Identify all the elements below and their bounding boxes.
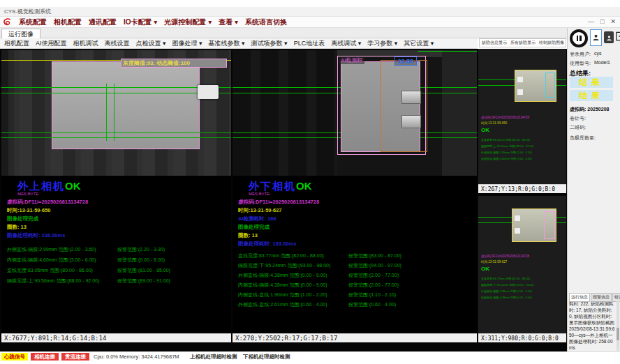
menu-item-system-config[interactable]: 系统配置: [19, 17, 47, 27]
measurement-line: 隔膜宽度-上:90.56mm 范围:(88.00 - 92.00): [481, 144, 534, 148]
toolbar-item-plc-table[interactable]: PLC地址表: [294, 39, 325, 48]
ai-score-box: 20.80: [394, 56, 417, 66]
measurement-alarm: 报警范围:(89.00 - 91.00): [117, 278, 170, 285]
time-line: 时间:13-31-59-627: [238, 207, 282, 214]
roi-orange-box: [381, 60, 427, 152]
result-box-1: 结果: [570, 77, 613, 88]
measurement-value: 内侧直线-直线:1.90mm 范围:(1.00 - 2.20): [238, 291, 327, 298]
login-user-button[interactable]: [590, 29, 602, 46]
measurement-row: 内侧直线-隔膜:4.60mm 范围:(3.00 - 6.00) 报警范围:(0.…: [1, 257, 231, 264]
time-line: 时间:13-31-59-650: [481, 121, 507, 125]
log-scrollbar-thumb[interactable]: [617, 328, 619, 340]
toolbar-item-camera-debug[interactable]: 相机调试: [73, 39, 98, 48]
barcode-line: 虚拟码:DF11i=2025020813134728: [481, 116, 529, 119]
measurement-line: 内侧直线-隔膜:4.38mm 范围:(0.00 - 9.00): [481, 296, 532, 299]
user-button[interactable]: [604, 31, 614, 43]
cycle-line: 圈数: 13: [7, 224, 27, 231]
menu-item-view[interactable]: 查看 ▾: [219, 17, 238, 27]
close-icon[interactable]: ✕: [610, 18, 616, 25]
result-box-2: 结果: [570, 90, 613, 101]
bright-spot: [517, 89, 523, 95]
statusbar: 心跳信号 相机连接 贯流连接 Cpu: 0.0% Memory: 3424.41…: [0, 351, 620, 362]
measurement-line: 外侧直线-隔膜:2.99mm 范围:(2.00 - 3.50): [481, 151, 532, 154]
measurement-line: 直线宽度:83.77mm 范围:(82.00 - 88.00): [481, 277, 530, 280]
measurement-value: 直线宽度:83.05mm 范围:(80.00 - 86.00): [7, 267, 93, 274]
upper-camera-timeout: 上相机处理超时检测: [190, 354, 237, 361]
minimize-icon[interactable]: —: [588, 18, 594, 25]
log-scrollbar[interactable]: [617, 301, 619, 351]
toolbar-item-ai-config[interactable]: AI使用配置: [36, 39, 67, 48]
toolbar-item-offline-debug[interactable]: 离线调试 ▾: [331, 39, 361, 48]
measurement-row: 隔膜宽度-上:90.56mm 范围:(88.00 - 92.00) 报警范围:(…: [1, 278, 231, 285]
result-ok: OK: [481, 266, 489, 272]
small-top-camera-image[interactable]: 虚拟码:DF11i=2025020813134728 时间:13-31-59-6…: [478, 49, 566, 184]
defect-display-bar: 缺陷信息显示 所有缺陷显示 绘制缺陷图像: [479, 38, 566, 47]
measurement-row: 外侧直线-直线:2.61mm 范围:(0.60 - 4.00) 报警范围:(0.…: [232, 301, 477, 308]
maximize-icon[interactable]: □: [600, 18, 604, 25]
menu-item-language[interactable]: 系统语言切换: [245, 17, 287, 27]
tab-connector: [401, 115, 421, 128]
measurement-row: 直线宽度:83.05mm 范围:(80.00 - 86.00) 报警范围:(81…: [1, 267, 231, 274]
side-panel: 登录用户: cys 使用型号: Model1 总结果: 结果 结果 虚拟码: 2…: [567, 28, 620, 351]
bright-spot: [515, 228, 520, 234]
measurement-value: 隔膜宽度-上:90.56mm 范围:(88.00 - 92.00): [7, 278, 99, 285]
menu-item-camera-config[interactable]: 相机配置: [54, 17, 82, 27]
measure-line: [1, 132, 231, 133]
exit-button[interactable]: [615, 31, 620, 44]
measurement-value: 外侧直线-隔膜:4.38mm 范围:(0.00 - 9.00): [238, 272, 327, 279]
virtual-code: 虚拟码: 20250208: [570, 106, 609, 113]
time-line: 时间:13-31-59-627: [481, 260, 507, 264]
measurement-row: 直线宽度:83.77mm 范围:(82.00 - 88.00) 报警范围:(83…: [232, 252, 477, 259]
pin-number-label: 卷针号:: [570, 115, 586, 122]
check-draw-defects[interactable]: 绘制缺陷图像: [539, 40, 564, 46]
measurement-row: 内侧直线-隔膜:4.38mm 范围:(0.00 - 9.00) 报警范围:(2.…: [232, 282, 477, 289]
measurement-alarm: 报警范围:(1.10 - 2.10): [348, 291, 396, 298]
toolbar-item-test-params[interactable]: 测试项参数 ▾: [251, 39, 288, 48]
toolbar-item-other-setting[interactable]: 其它设置 ▾: [404, 39, 434, 48]
app-window: CYS-视觉检测系统 系统配置 相机配置 通讯配置 IO卡配置 ▾ 光源控制配置…: [0, 0, 620, 364]
small-bottom-camera-image[interactable]: 虚拟码:DF11i=2025020813134728 时间:13-31-59-6…: [478, 196, 566, 333]
left-camera-image[interactable]: 灰度阈值:93, 动态阈值:100: [1, 50, 231, 176]
bright-spot: [517, 77, 523, 82]
measurement-value: 内侧直线-隔膜:4.60mm 范围:(3.00 - 6.00): [7, 257, 96, 264]
menu-item-comm-config[interactable]: 通讯配置: [89, 17, 117, 27]
measurement-alarm: 报警范围:(2.00 - 77.00): [348, 282, 399, 289]
toolbar-item-baseline-params[interactable]: 基准线参数 ▾: [209, 39, 245, 48]
measurement-alarm: 报警范围:(81.00 - 85.00): [117, 267, 170, 274]
measurement-value: 隔膜宽度-下:95.24mm 范围:(93.00 - 98.00): [238, 262, 330, 269]
bright-spot: [515, 215, 520, 221]
measurement-alarm: 报警范围:(0.60 - 4.00): [348, 301, 396, 308]
toolbar-item-learn-params[interactable]: 学习参数 ▾: [367, 39, 397, 48]
toolbar-item-camera-config[interactable]: 相机配置: [4, 39, 29, 48]
log-text: 耗时: 222, 缺陷检测耗时: 17, 缺陷分类耗时: 0, 缺陷视图分区耗时…: [569, 301, 615, 351]
measurement-alarm: 报警范围:(2.20 - 3.30): [117, 246, 165, 253]
elapsed-line: 图像处理耗时: 236.00ms: [7, 232, 65, 239]
mid-camera-image[interactable]: AI检测框 20.80: [232, 50, 477, 176]
heartbeat-badge: 心跳信号: [1, 353, 28, 361]
measure-line: [418, 51, 477, 52]
threshold-overlay-label: 灰度阈值:93, 动态阈值:100: [121, 59, 227, 68]
person-icon: [592, 31, 600, 44]
check-all-defects[interactable]: 所有缺陷显示: [510, 40, 536, 46]
tab-strip: [0, 28, 567, 38]
machine-dark-zone: [232, 50, 337, 176]
toolbar-item-spotcheck[interactable]: 点检设置 ▾: [136, 39, 166, 48]
measure-line-vertical: [106, 84, 107, 141]
measurement-value: 外侧直线-隔膜:2.99mm 范围:(2.00 - 3.50): [7, 246, 96, 253]
tab-run-image[interactable]: 运行图像: [1, 29, 40, 39]
toolbar-item-image-process[interactable]: 图像处理 ▾: [172, 39, 202, 48]
menu-item-io-config[interactable]: IO卡配置 ▾: [124, 17, 157, 27]
measure-line: [1, 87, 231, 88]
door-exit-icon: [615, 31, 620, 44]
ai-detect-label: AI检测框: [339, 56, 364, 64]
mid-camera-coords: X:270;Y:2502;R:17;G:17;B:17: [232, 333, 477, 342]
pause-button[interactable]: [570, 29, 588, 47]
mid-camera-infotext: 外下相机OK MES:BYTE 虚拟码:DF11i=20250208131347…: [232, 176, 477, 333]
measure-line: [1, 93, 231, 93]
toolbar-item-offline-setting[interactable]: 离线设置: [105, 39, 130, 48]
menu-item-light-config[interactable]: 光源控制配置 ▾: [164, 17, 212, 27]
check-defect-info[interactable]: 缺陷信息显示: [482, 40, 507, 46]
camera-connect-badge: 相机连接: [31, 353, 59, 361]
cpu-memory-text: Cpu: 0.0% Memory: 3424.4179687M: [94, 354, 179, 360]
barcode-line: 虚拟码:DF11i=2025020813134728: [238, 199, 319, 206]
